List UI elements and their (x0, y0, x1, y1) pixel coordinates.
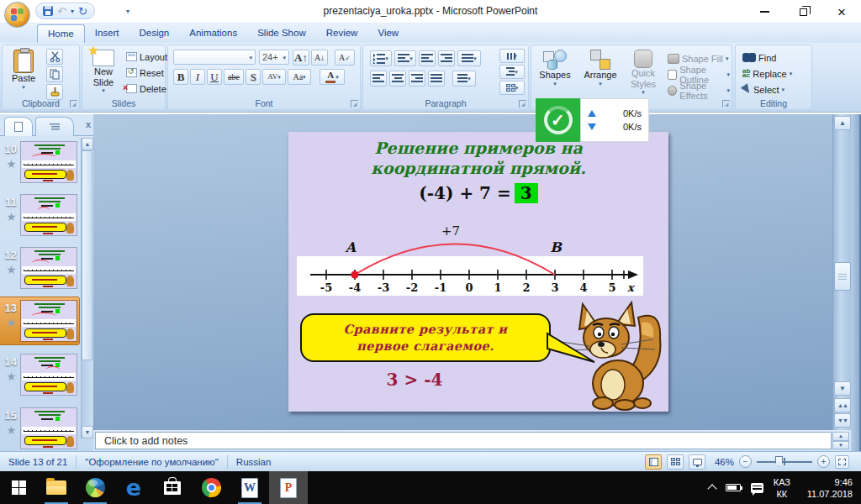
slideshow-button[interactable] (689, 454, 705, 470)
tray-expand-icon[interactable] (707, 484, 716, 493)
slide-indicator[interactable]: Slide 13 of 21 (0, 457, 76, 467)
panel-scroll-up-icon[interactable]: ▲ (82, 138, 93, 150)
line-spacing-button[interactable]: ▾ (457, 50, 481, 66)
fit-to-window-button[interactable] (835, 455, 849, 469)
language-indicator[interactable]: Russian (228, 457, 280, 467)
close-button[interactable]: × (822, 0, 861, 24)
tab-design[interactable]: Design (129, 24, 179, 43)
checkmark-badge[interactable]: ✓ (536, 98, 580, 142)
equation-text[interactable]: (-4) + 7 =3 (288, 183, 668, 203)
slides-tab[interactable] (4, 117, 33, 136)
select-button[interactable]: Select▾ (741, 81, 794, 97)
font-size-combo[interactable]: 24+▾ (259, 50, 289, 65)
zoom-in-button[interactable]: + (817, 455, 830, 468)
notes-scroll-up-icon[interactable]: ▲ (832, 432, 849, 441)
font-name-combo[interactable]: ▾ (173, 50, 256, 65)
cut-button[interactable] (46, 49, 63, 65)
slide-scrollbar[interactable]: ▲ ▼ ▲▲ ▼▼ (832, 114, 851, 430)
shrink-font-button[interactable]: A↓ (311, 50, 328, 66)
panel-scrollbar[interactable]: ▲ ▼ (81, 138, 92, 438)
drawing-dialog-launcher[interactable]: ◢ (722, 100, 730, 108)
notes-scrollbar[interactable]: ▲ ▼ (832, 432, 849, 449)
zoom-slider[interactable] (757, 455, 812, 468)
find-button[interactable]: Find (741, 50, 794, 66)
customize-qat-icon[interactable]: ▾ (126, 8, 129, 15)
font-dialog-launcher[interactable]: ◢ (351, 100, 358, 108)
scroll-down-icon[interactable]: ▼ (834, 381, 851, 396)
change-case-button[interactable]: Aa▾ (288, 69, 311, 85)
align-right-button[interactable] (409, 71, 425, 87)
italic-button[interactable]: I (190, 69, 205, 85)
numbering-button[interactable]: ▾ (394, 50, 416, 66)
theme-name[interactable]: "Оформление по умолчанию" (77, 457, 226, 467)
zoom-level[interactable]: 46% (710, 457, 734, 467)
notes-input[interactable]: Click to add notes (95, 432, 832, 449)
arrange-button[interactable]: Arrange▾ (578, 48, 622, 87)
taskbar-earth-app[interactable] (76, 471, 114, 504)
justify-button[interactable] (428, 71, 445, 87)
battery-icon[interactable] (726, 484, 741, 491)
align-center-button[interactable] (389, 71, 406, 87)
underline-button[interactable]: U (207, 69, 222, 85)
start-button[interactable] (0, 471, 37, 504)
tab-home[interactable]: Home (37, 24, 85, 43)
undo-icon[interactable]: ↶ (57, 6, 66, 17)
increase-indent-button[interactable] (438, 50, 455, 66)
slide-canvas[interactable]: Решение примеров на координатной прямой.… (288, 132, 668, 412)
taskbar-store[interactable] (153, 471, 192, 504)
paragraph-dialog-launcher[interactable]: ◢ (519, 100, 526, 108)
save-icon[interactable] (43, 6, 53, 16)
thumbnail-slide-13-selected[interactable]: 13 (0, 300, 80, 349)
scroll-thumb[interactable] (834, 262, 851, 291)
columns-button[interactable]: ▾ (452, 71, 476, 87)
strikethrough-button[interactable]: abe (224, 69, 244, 85)
character-spacing-button[interactable]: AV▾ (262, 69, 286, 85)
text-direction-button[interactable]: ▾ (499, 49, 525, 63)
panel-close-icon[interactable]: x (86, 119, 91, 129)
thumbnail-slide-12[interactable]: 12 (0, 247, 80, 296)
next-slide-button[interactable]: ▼▼ (834, 413, 851, 428)
notifications-icon[interactable] (751, 483, 763, 493)
panel-scroll-down-icon[interactable]: ▼ (82, 426, 93, 438)
restore-button[interactable] (784, 0, 822, 24)
clipboard-dialog-launcher[interactable]: ◢ (70, 100, 77, 108)
comparison-text[interactable]: 3 > -4 (335, 370, 494, 390)
grow-font-button[interactable]: A↑ (293, 50, 309, 66)
thumbnail-slide-10[interactable]: 10 (0, 141, 80, 190)
slide-sorter-button[interactable] (667, 454, 684, 470)
bold-button[interactable]: B (173, 69, 188, 85)
taskbar-edge[interactable]: e (114, 471, 153, 504)
bullets-button[interactable]: ▾ (370, 50, 392, 66)
new-slide-button[interactable]: New Slide ▾ (85, 48, 122, 93)
normal-view-button[interactable] (645, 454, 662, 470)
tab-view[interactable]: View (367, 24, 409, 43)
shape-effects-button[interactable]: Shape Effects▾ (666, 82, 732, 98)
tab-insert[interactable]: Insert (85, 24, 129, 43)
notes-scroll-down-icon[interactable]: ▼ (832, 441, 849, 450)
previous-slide-button[interactable]: ▲▲ (834, 398, 851, 412)
tab-review[interactable]: Review (316, 24, 368, 43)
panel-scroll-thumb[interactable] (82, 150, 92, 360)
office-button[interactable] (4, 2, 30, 28)
scroll-up-icon[interactable]: ▲ (834, 116, 851, 130)
shapes-button[interactable]: Shapes▾ (535, 48, 575, 87)
number-line-figure[interactable]: -5 -4 -3 -2 -1 0 1 2 3 4 5 x +7 A (288, 220, 668, 312)
replace-button[interactable]: abac Replace▾ (741, 66, 794, 81)
zoom-out-button[interactable]: − (739, 455, 752, 468)
paste-button[interactable]: Paste ▾ (7, 48, 40, 90)
decrease-indent-button[interactable] (419, 50, 436, 66)
align-text-button[interactable]: ▾ (499, 65, 525, 79)
convert-smartart-button[interactable]: ▾ (499, 81, 525, 95)
redo-icon[interactable]: ↻ (78, 6, 87, 17)
zoom-slider-thumb[interactable] (775, 456, 783, 467)
slide-title[interactable]: Решение примеров на координатной прямой. (288, 138, 668, 178)
undo-dropdown-icon[interactable]: ▾ (71, 8, 74, 15)
tab-slide-show[interactable]: Slide Show (247, 24, 316, 43)
language-switcher[interactable]: КАЗ КК (774, 476, 790, 500)
clock[interactable]: 9:46 11.07.2018 (800, 476, 853, 500)
outline-tab[interactable] (35, 117, 74, 136)
align-left-button[interactable] (370, 71, 387, 87)
thumbnail-slide-14[interactable]: 14 (0, 354, 80, 402)
copy-button[interactable] (46, 66, 63, 82)
clear-formatting-button[interactable]: A🗸 (335, 50, 355, 66)
